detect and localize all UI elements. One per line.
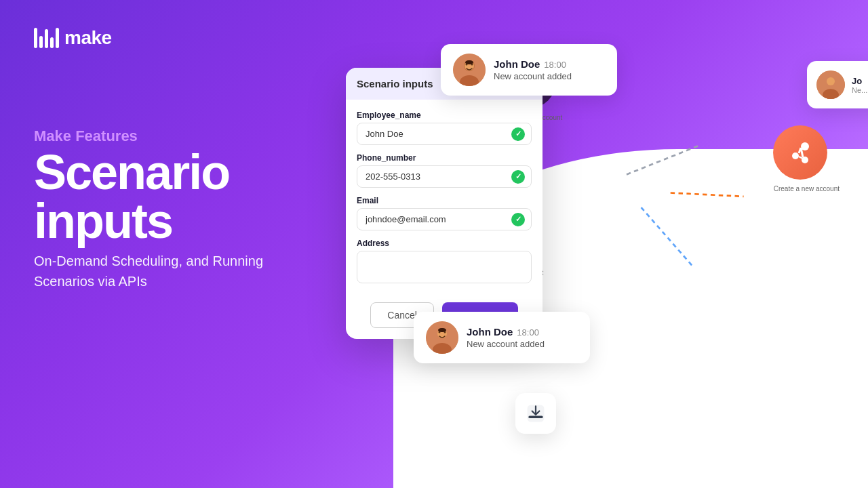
svg-rect-32 xyxy=(438,328,446,332)
notification-partial: Jo Ne... xyxy=(807,61,868,108)
receive-card xyxy=(515,393,556,434)
notification-bottom: John Doe 18:00 New account added xyxy=(414,312,590,363)
hubspot-node xyxy=(773,125,827,180)
svg-rect-9 xyxy=(465,60,473,64)
address-input-wrap xyxy=(357,251,532,283)
dialog-body: Employee_name Phone_number xyxy=(346,100,542,294)
phone-number-input[interactable] xyxy=(357,165,532,188)
logo-text: make xyxy=(64,27,112,49)
phone-number-input-wrap xyxy=(357,165,532,188)
partial-notif-text: Jo Ne... xyxy=(852,76,867,94)
notif-bottom-name: John Doe xyxy=(467,326,513,338)
email-label: Email xyxy=(357,196,532,205)
svg-point-19 xyxy=(792,152,799,159)
notification-top: John Doe 18:00 New account added xyxy=(441,44,617,96)
employee-name-check-icon xyxy=(511,127,525,141)
phone-number-check-icon xyxy=(511,170,525,184)
make-logo: make xyxy=(34,27,278,49)
notif-bottom-time: 18:00 xyxy=(517,327,539,338)
svg-line-2 xyxy=(642,207,693,266)
address-field: Address xyxy=(357,239,532,283)
notif-top-time: 18:00 xyxy=(544,60,566,70)
logo-icon xyxy=(34,28,59,48)
svg-line-0 xyxy=(627,145,700,174)
subtitle-text: On-Demand Scheduling, and Running Scenar… xyxy=(34,251,278,291)
employee-name-input[interactable] xyxy=(357,123,532,145)
page-title: Scenario inputs xyxy=(34,148,278,245)
notif-top-name: John Doe xyxy=(494,58,540,70)
email-check-icon xyxy=(511,213,525,226)
avatar-bottom xyxy=(426,321,458,354)
address-label: Address xyxy=(357,239,532,248)
notification-bottom-info: John Doe 18:00 New account added xyxy=(467,326,545,349)
employee-name-label: Employee_name xyxy=(357,110,532,120)
svg-line-1 xyxy=(671,192,744,196)
notif-top-desc: New account added xyxy=(494,71,572,81)
phone-number-label: Phone_number xyxy=(357,153,532,163)
svg-rect-35 xyxy=(528,416,542,419)
employee-name-field: Employee_name xyxy=(357,110,532,145)
hubspot-label: Create a new account xyxy=(774,185,840,192)
svg-point-37 xyxy=(827,77,835,85)
features-label: Make Features xyxy=(34,127,278,145)
phone-number-field: Phone_number xyxy=(357,153,532,188)
email-input-wrap xyxy=(357,208,532,230)
notification-top-info: John Doe 18:00 New account added xyxy=(494,58,572,81)
email-field: Email xyxy=(357,196,532,230)
email-input[interactable] xyxy=(357,208,532,230)
avatar-partial xyxy=(816,70,845,99)
scenario-inputs-dialog: Scenario inputs ⋮ ✕ Employee_name xyxy=(346,68,542,339)
dialog-title: Scenario inputs xyxy=(357,78,433,89)
avatar-top xyxy=(453,54,486,86)
svg-point-20 xyxy=(802,157,808,163)
notif-bottom-desc: New account added xyxy=(467,339,545,349)
employee-name-input-wrap xyxy=(357,123,532,145)
address-input[interactable] xyxy=(357,251,532,283)
